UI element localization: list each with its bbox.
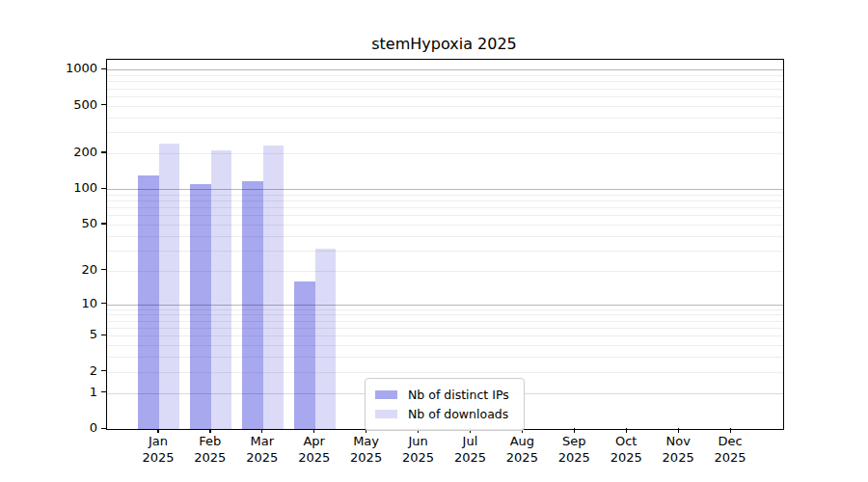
gridline-100 — [107, 189, 783, 190]
legend-label-downloads: Nb of downloads — [408, 407, 508, 421]
x-tick-label-0: Jan2025 — [129, 434, 187, 466]
gridline-minor-70 — [107, 207, 783, 208]
x-tick-mark-11 — [730, 428, 731, 433]
y-tick-mark-2 — [101, 370, 106, 371]
gridline-minor-3 — [107, 357, 783, 358]
y-tick-label-500: 500 — [0, 97, 97, 113]
gridline-minor-30 — [107, 251, 783, 252]
gridline-minor-400 — [107, 118, 783, 119]
x-tick-label-4: May2025 — [338, 434, 395, 466]
x-tick-label-11: Dec2025 — [701, 434, 759, 466]
gridline-minor-600 — [107, 96, 783, 97]
y-tick-mark-200 — [101, 151, 106, 152]
y-tick-mark-10 — [101, 303, 106, 304]
gridline-minor-7 — [107, 321, 783, 322]
chart-figure: stemHypoxia 2025 Nb of distinct IPs Nb o… — [0, 0, 868, 482]
y-tick-label-20: 20 — [0, 262, 97, 278]
bar-downloads-1 — [211, 150, 232, 429]
y-tick-mark-1 — [101, 391, 106, 392]
legend: Nb of distinct IPs Nb of downloads — [365, 378, 525, 431]
legend-swatch-downloads — [375, 410, 397, 418]
y-tick-mark-20 — [101, 269, 106, 270]
gridline-minor-4 — [107, 345, 783, 346]
gridline-10 — [107, 305, 783, 306]
gridline-minor-40 — [107, 236, 783, 237]
x-tick-label-10: Nov2025 — [649, 434, 707, 466]
x-tick-label-2: Mar2025 — [233, 434, 291, 466]
plot-area: Nb of distinct IPs Nb of downloads — [106, 59, 784, 430]
x-tick-mark-10 — [678, 428, 679, 433]
bar-downloads-0 — [159, 144, 180, 429]
y-tick-label-1000: 1000 — [0, 61, 97, 76]
y-tick-label-100: 100 — [0, 180, 97, 196]
x-tick-label-8: Sep2025 — [545, 434, 603, 466]
gridline-1000 — [107, 69, 783, 70]
y-tick-label-1: 1 — [0, 385, 97, 400]
y-tick-label-50: 50 — [0, 216, 97, 231]
legend-item-distinct-ips: Nb of distinct IPs — [366, 385, 524, 404]
gridline-minor-80 — [107, 201, 783, 201]
y-tick-label-2: 2 — [0, 363, 97, 379]
legend-swatch-distinct-ips — [375, 390, 397, 399]
y-tick-mark-100 — [101, 188, 106, 189]
gridline-minor-900 — [107, 75, 783, 76]
y-tick-mark-50 — [101, 223, 106, 224]
x-tick-mark-9 — [626, 428, 627, 433]
x-tick-label-7: Aug2025 — [493, 434, 551, 466]
gridline-200 — [107, 153, 783, 154]
gridline-2 — [107, 372, 783, 373]
x-tick-label-6: Jul2025 — [441, 434, 499, 466]
gridline-minor-800 — [107, 81, 783, 82]
gridline-minor-6 — [107, 328, 783, 329]
gridline-minor-9 — [107, 309, 783, 310]
gridline-500 — [107, 106, 783, 107]
y-tick-label-200: 200 — [0, 145, 97, 160]
gridline-20 — [107, 271, 783, 272]
y-tick-label-10: 10 — [0, 296, 97, 311]
legend-item-downloads: Nb of downloads — [366, 404, 524, 423]
gridline-minor-300 — [107, 132, 783, 133]
y-tick-mark-1000 — [101, 68, 106, 69]
x-tick-mark-8 — [574, 428, 575, 433]
bar-downloads-3 — [315, 249, 337, 429]
gridline-minor-8 — [107, 314, 783, 315]
y-tick-label-5: 5 — [0, 327, 97, 342]
bar-distinct-ips-0 — [138, 175, 159, 429]
gridline-50 — [107, 225, 783, 226]
x-tick-label-5: Jun2025 — [390, 434, 448, 466]
gridline-minor-90 — [107, 195, 783, 196]
y-tick-mark-500 — [101, 104, 106, 105]
gridline-minor-700 — [107, 89, 783, 90]
x-tick-label-3: Apr2025 — [285, 434, 343, 466]
x-tick-label-9: Oct2025 — [597, 434, 655, 466]
gridline-minor-60 — [107, 215, 783, 216]
y-tick-label-0: 0 — [0, 420, 97, 436]
legend-label-distinct-ips: Nb of distinct IPs — [408, 388, 509, 402]
gridline-5 — [107, 335, 783, 336]
y-tick-mark-5 — [101, 335, 106, 335]
chart-title: stemHypoxia 2025 — [106, 35, 782, 53]
x-tick-label-1: Feb2025 — [181, 434, 239, 466]
y-tick-mark-0 — [101, 428, 106, 429]
